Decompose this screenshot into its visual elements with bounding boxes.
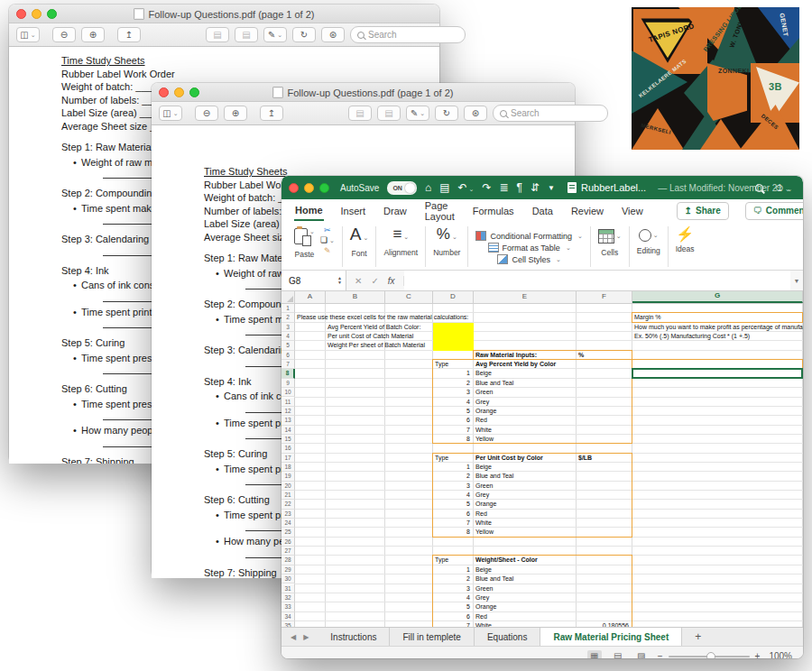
share-button[interactable]: ↥Share xyxy=(677,202,729,220)
comments-button[interactable]: 🗨Comments xyxy=(745,202,803,220)
zoom-slider-knob[interactable] xyxy=(706,652,715,659)
row-header-17[interactable]: 17 xyxy=(281,454,295,463)
zoom-in-button[interactable]: ⊕ xyxy=(224,106,247,121)
cell-E21[interactable]: Grey xyxy=(475,491,489,500)
cell-E34[interactable]: Red xyxy=(475,612,487,621)
cell-B4[interactable]: Per unit Cost of Catch Material xyxy=(328,332,413,341)
window-controls[interactable] xyxy=(289,183,329,193)
markup-toolbar-button[interactable]: ⊛ xyxy=(464,106,487,121)
cell-F35[interactable]: 0.180556 xyxy=(577,621,629,627)
row-header-25[interactable]: 25 xyxy=(281,528,295,537)
zoom-button[interactable] xyxy=(319,183,329,193)
tab-draw[interactable]: Draw xyxy=(383,202,408,220)
cell-E20[interactable]: Green xyxy=(475,482,493,491)
titlebar[interactable]: Follow-up Questions.pdf (page 1 of 2) xyxy=(9,5,439,23)
tab-home[interactable]: Home xyxy=(294,201,324,221)
tab-formulas[interactable]: Formulas xyxy=(472,202,515,220)
format-as-table-button[interactable]: Format as Table⌄ xyxy=(488,243,571,253)
cell-E30[interactable]: Blue and Teal xyxy=(475,574,513,584)
cell-D21[interactable]: 4 xyxy=(433,491,470,500)
cell-D28[interactable]: Type xyxy=(435,556,448,565)
cell-E12[interactable]: Orange xyxy=(475,407,496,416)
row-header-9[interactable]: 9 xyxy=(281,379,295,388)
formula-input[interactable] xyxy=(404,271,790,290)
cell-E31[interactable]: Green xyxy=(475,584,493,593)
cell-E23[interactable]: Red xyxy=(475,510,487,519)
editing-group[interactable]: ⌄ Editing xyxy=(630,224,668,270)
row-header-18[interactable]: 18 xyxy=(281,463,295,472)
row-header-32[interactable]: 32 xyxy=(281,593,295,602)
cell-E18[interactable]: Beige xyxy=(475,463,492,472)
cell-E28[interactable]: Weight/Sheet - Color xyxy=(475,556,538,565)
cell-D22[interactable]: 5 xyxy=(433,500,470,509)
cell-E15[interactable]: Yellow xyxy=(475,435,494,444)
cell-D17[interactable]: Type xyxy=(435,454,448,463)
cell-E22[interactable]: Orange xyxy=(475,500,496,509)
share-button[interactable]: ↥ xyxy=(117,27,141,42)
cell-G3[interactable]: How much you want to make profit as perc… xyxy=(634,323,803,332)
close-button[interactable] xyxy=(289,183,299,193)
search-icon[interactable] xyxy=(755,184,763,192)
row-header-29[interactable]: 29 xyxy=(281,565,295,574)
font-group[interactable]: A⌄ Font xyxy=(343,224,376,270)
cell-E13[interactable]: Red xyxy=(475,416,487,425)
cell-D19[interactable]: 2 xyxy=(433,472,470,481)
row-header-6[interactable]: 6 xyxy=(281,351,295,360)
selected-cell-G8[interactable] xyxy=(632,368,803,378)
cell-E19[interactable]: Blue and Teal xyxy=(475,472,513,481)
row-header-5[interactable]: 5 xyxy=(281,341,295,350)
row-header-7[interactable]: 7 xyxy=(281,360,295,369)
zoom-out-icon[interactable]: − xyxy=(658,651,663,658)
cell-E14[interactable]: White xyxy=(475,426,492,435)
zoom-slider[interactable] xyxy=(669,656,750,657)
normal-view-icon[interactable]: ▦ xyxy=(587,650,602,659)
column-header-F[interactable]: F xyxy=(577,291,632,303)
row-header-11[interactable]: 11 xyxy=(281,398,295,407)
thumbnail-button[interactable]: ▤ xyxy=(206,27,229,42)
cells-group[interactable]: ⌄ Cells xyxy=(591,224,629,270)
export-page-button[interactable]: ▤ xyxy=(235,27,258,42)
row-header-13[interactable]: 13 xyxy=(281,416,295,425)
thumbnail-button[interactable]: ▤ xyxy=(348,106,372,121)
cell-E6[interactable]: Raw Material Inputs: xyxy=(475,351,537,360)
tab-view[interactable]: View xyxy=(621,202,644,220)
sheet-tab-raw-material-pricing[interactable]: Raw Material Pricing Sheet xyxy=(540,628,682,646)
titlebar[interactable]: Follow-up Questions.pdf (page 1 of 2) xyxy=(152,83,575,102)
cut-icon[interactable]: ✂ xyxy=(324,225,331,234)
undo-icon[interactable]: ↶⌄ xyxy=(457,181,474,194)
sidebar-button[interactable]: ◫⌄ xyxy=(159,106,182,121)
row-header-23[interactable]: 23 xyxy=(281,510,295,519)
cell-E8[interactable]: Beige xyxy=(475,369,492,378)
zoom-in-icon[interactable]: + xyxy=(755,651,761,658)
tab-review[interactable]: Review xyxy=(570,202,604,220)
column-header-E[interactable]: E xyxy=(474,291,577,303)
row-header-14[interactable]: 14 xyxy=(281,426,295,435)
cell-D12[interactable]: 5 xyxy=(433,407,470,416)
cell-D30[interactable]: 2 xyxy=(433,574,470,584)
format-marks-icon[interactable]: ≣ xyxy=(499,181,508,194)
zoom-out-button[interactable]: ⊖ xyxy=(195,106,218,121)
tab-data[interactable]: Data xyxy=(531,202,554,220)
cell-E24[interactable]: White xyxy=(475,519,492,528)
cell-G4[interactable]: Ex. 50% (.5) Manufacturing Cost * (1 +.5… xyxy=(634,332,750,341)
cell-D33[interactable]: 5 xyxy=(433,602,470,611)
cell-E29[interactable]: Beige xyxy=(475,565,492,574)
cell-D29[interactable]: 1 xyxy=(433,565,470,574)
cell-F17[interactable]: $/LB xyxy=(578,454,592,463)
ideas-group[interactable]: ⚡ Ideas xyxy=(669,224,702,270)
formula-bar-expand-icon[interactable]: ▼ xyxy=(790,278,803,284)
copy-icon[interactable]: ❏⌄ xyxy=(320,235,335,245)
row-header-20[interactable]: 20 xyxy=(281,482,295,491)
cell-F6[interactable]: % xyxy=(578,351,584,360)
name-box[interactable]: G8▲▼ xyxy=(281,271,346,290)
column-header-B[interactable]: B xyxy=(326,291,385,303)
row-header-31[interactable]: 31 xyxy=(281,584,295,593)
format-painter-icon[interactable]: ✎ xyxy=(324,246,331,255)
cell-D8[interactable]: 1 xyxy=(433,369,470,378)
cell-D14[interactable]: 7 xyxy=(433,426,470,435)
column-header-D[interactable]: D xyxy=(433,291,474,303)
insert-function-icon[interactable]: fx xyxy=(388,276,395,286)
row-header-4[interactable]: 4 xyxy=(281,332,295,341)
row-header-34[interactable]: 34 xyxy=(281,612,295,621)
row-header-3[interactable]: 3 xyxy=(281,323,295,332)
